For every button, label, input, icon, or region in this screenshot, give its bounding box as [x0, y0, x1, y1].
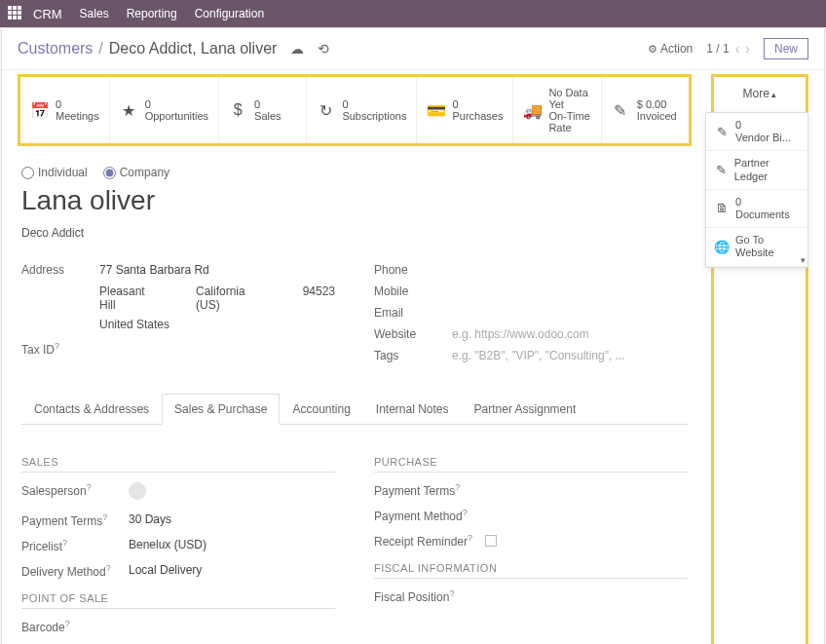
- tab-partner-assignment[interactable]: Partner Assignment: [462, 394, 589, 425]
- radio-company[interactable]: Company: [103, 166, 169, 179]
- more-panel: More ✎0Vendor Bi... ✎Partner Ledger 🗎0Do…: [711, 74, 808, 644]
- action-menu[interactable]: Action: [648, 42, 693, 56]
- tab-accounting[interactable]: Accounting: [280, 394, 362, 425]
- edit-icon: ✎: [714, 125, 730, 139]
- cloud-icon[interactable]: ☁: [290, 41, 304, 57]
- website-label: Website: [374, 327, 452, 341]
- more-menu: ✎0Vendor Bi... ✎Partner Ledger 🗎0Documen…: [705, 112, 808, 268]
- pricelist-field[interactable]: Benelux (USD): [129, 538, 206, 553]
- taxid-label: Tax ID?: [21, 341, 99, 357]
- salesperson-field[interactable]: [129, 482, 146, 503]
- new-button[interactable]: New: [764, 38, 808, 59]
- nav-sales[interactable]: Sales: [80, 7, 109, 20]
- tab-internal-notes[interactable]: Internal Notes: [363, 394, 462, 425]
- tags-field[interactable]: e.g. "B2B", "VIP", "Consulting", ...: [452, 349, 688, 362]
- stat-opportunities[interactable]: ★0Opportunities: [110, 77, 219, 143]
- dropdown-icon[interactable]: ▾: [801, 255, 806, 265]
- top-navbar: CRM Sales Reporting Configuration: [0, 0, 826, 27]
- more-documents[interactable]: 🗎0Documents: [706, 190, 807, 228]
- nav-configuration[interactable]: Configuration: [195, 7, 264, 20]
- contact-name[interactable]: Lana oliver: [21, 185, 688, 216]
- email-field[interactable]: [452, 306, 688, 320]
- tab-contacts[interactable]: Contacts & Addresses: [21, 394, 162, 425]
- dollar-icon: $: [229, 101, 246, 119]
- phone-field[interactable]: [452, 263, 688, 277]
- more-button[interactable]: More: [714, 77, 806, 110]
- more-vendor-bills[interactable]: ✎0Vendor Bi...: [706, 113, 807, 151]
- mobile-field[interactable]: [452, 284, 688, 298]
- section-sales: SALES: [21, 456, 335, 473]
- section-fiscal: FISCAL INFORMATION: [374, 562, 688, 579]
- stat-meetings[interactable]: 📅0Meetings: [20, 77, 110, 143]
- page-header: Customers / Deco Addict, Lana oliver ☁ ⟲…: [2, 28, 824, 70]
- taxid-field[interactable]: [99, 341, 335, 357]
- section-pos: POINT OF SALE: [21, 592, 335, 609]
- mobile-label: Mobile: [374, 284, 452, 298]
- reload-icon[interactable]: ⟲: [318, 41, 329, 57]
- truck-icon: 🚚: [523, 101, 541, 120]
- delivery-method-field[interactable]: Local Delivery: [129, 563, 202, 579]
- breadcrumb-root[interactable]: Customers: [18, 40, 93, 57]
- tags-label: Tags: [374, 349, 452, 362]
- app-name: CRM: [33, 7, 62, 21]
- stat-invoiced[interactable]: ✎$ 0.00Invoiced: [602, 77, 689, 143]
- website-field[interactable]: e.g. https://www.odoo.com: [452, 327, 688, 341]
- refresh-icon: ↻: [317, 101, 334, 120]
- checkbox[interactable]: [485, 535, 497, 547]
- card-icon: 💳: [427, 101, 444, 120]
- stat-subscriptions[interactable]: ↻0Subscriptions: [307, 77, 417, 143]
- breadcrumb: Customers / Deco Addict, Lana oliver ☁ ⟲: [18, 40, 648, 57]
- stat-buttons: 📅0Meetings ★0Opportunities $0Sales ↻0Sub…: [18, 74, 692, 146]
- more-partner-ledger[interactable]: ✎Partner Ledger: [706, 151, 807, 189]
- address-label: Address: [21, 263, 99, 277]
- edit-icon: ✎: [714, 163, 729, 177]
- more-goto-website[interactable]: 🌐Go To Website: [706, 228, 807, 266]
- nav-reporting[interactable]: Reporting: [127, 7, 177, 20]
- stat-ontime[interactable]: 🚚No Data YetOn-Time Rate: [513, 77, 601, 143]
- pager-next-icon[interactable]: ›: [745, 41, 750, 57]
- breadcrumb-current: Deco Addict, Lana oliver: [109, 40, 278, 57]
- apps-icon[interactable]: [8, 6, 23, 21]
- stat-sales[interactable]: $0Sales: [219, 77, 307, 143]
- avatar-placeholder: [129, 482, 146, 500]
- stat-purchases[interactable]: 💳0Purchases: [417, 77, 513, 143]
- radio-individual[interactable]: Individual: [21, 166, 88, 179]
- tab-sales-purchase[interactable]: Sales & Purchase: [162, 394, 280, 425]
- phone-label: Phone: [374, 263, 452, 277]
- payment-terms-field[interactable]: 30 Days: [129, 512, 171, 528]
- pager-prev-icon[interactable]: ‹: [735, 41, 740, 57]
- street-field[interactable]: 77 Santa Barbara Rd: [99, 263, 335, 277]
- document-icon: 🗎: [714, 201, 730, 215]
- state-field[interactable]: California (US): [196, 284, 264, 312]
- email-label: Email: [374, 306, 452, 320]
- pager: 1 / 1 ‹ ›: [706, 41, 750, 57]
- country-field[interactable]: United States: [99, 318, 169, 331]
- receipt-reminder-field[interactable]: [481, 533, 497, 549]
- company-name[interactable]: Deco Addict: [21, 226, 688, 240]
- zip-field[interactable]: 94523: [303, 284, 335, 312]
- globe-icon: 🌐: [714, 240, 730, 254]
- section-purchase: PURCHASE: [374, 456, 688, 473]
- calendar-icon: 📅: [30, 101, 48, 120]
- star-icon: ★: [120, 101, 137, 120]
- edit-icon: ✎: [612, 101, 629, 120]
- tabs: Contacts & Addresses Sales & Purchase Ac…: [21, 394, 688, 425]
- city-field[interactable]: Pleasant Hill: [99, 284, 157, 312]
